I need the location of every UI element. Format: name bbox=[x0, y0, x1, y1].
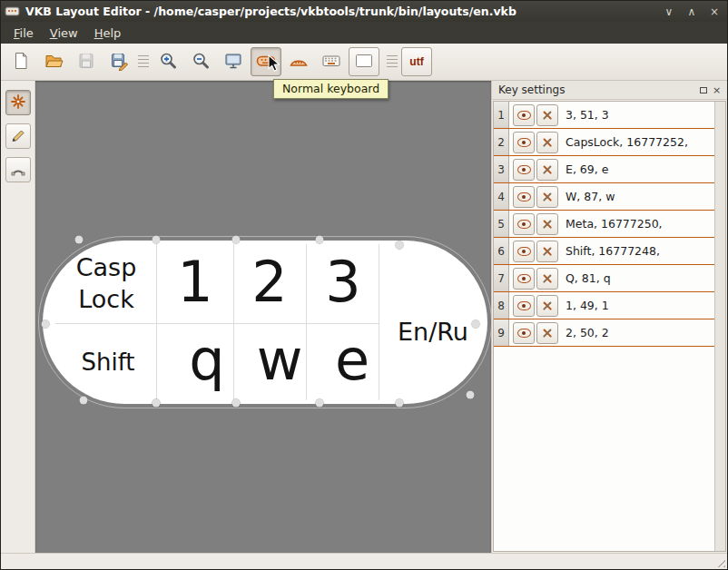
edit-key-button[interactable] bbox=[536, 186, 558, 208]
eye-icon bbox=[517, 274, 531, 283]
new-button[interactable] bbox=[5, 47, 36, 76]
key-tool-button[interactable] bbox=[5, 90, 31, 115]
selection-handle[interactable] bbox=[75, 236, 84, 244]
full-keyboard-button[interactable] bbox=[316, 47, 347, 76]
keyboard-preview[interactable]: Casp Lock 1 2 3 En/Ru Shift q w e bbox=[43, 241, 487, 404]
key-3[interactable]: 3 bbox=[325, 249, 360, 315]
pencil-tool-button[interactable] bbox=[5, 123, 31, 149]
layout-canvas[interactable]: Casp Lock 1 2 3 En/Ru Shift q w e bbox=[35, 81, 491, 553]
full-keyboard-icon bbox=[321, 51, 341, 74]
show-key-button[interactable] bbox=[513, 295, 535, 317]
tools-icon bbox=[541, 109, 554, 122]
edit-key-button[interactable] bbox=[536, 268, 558, 290]
key-settings-row[interactable]: 5 Meta, 16777250, bbox=[494, 211, 714, 238]
edit-key-button[interactable] bbox=[536, 241, 558, 262]
key-enru[interactable]: En/Ru bbox=[398, 318, 468, 346]
float-panel-button[interactable] bbox=[696, 84, 710, 97]
selection-handle[interactable] bbox=[316, 236, 324, 244]
titlebar[interactable]: VKB Layout Editor - /home/casper/project… bbox=[1, 1, 727, 22]
show-key-button[interactable] bbox=[513, 159, 535, 181]
row-number: 5 bbox=[494, 211, 509, 237]
key-settings-row[interactable]: 6 Shift, 16777248, bbox=[494, 238, 714, 265]
selection-handle[interactable] bbox=[396, 241, 404, 250]
app-icon bbox=[5, 5, 21, 18]
selection-handle[interactable] bbox=[80, 397, 88, 405]
selection-handle[interactable] bbox=[42, 320, 50, 329]
selection-handle[interactable] bbox=[472, 320, 480, 329]
key-settings-row[interactable]: 8 1, 49, 1 bbox=[494, 292, 714, 319]
eye-icon bbox=[517, 138, 531, 147]
edit-key-button[interactable] bbox=[536, 213, 558, 235]
key-2[interactable]: 2 bbox=[251, 249, 287, 315]
selection-handle[interactable] bbox=[232, 236, 241, 244]
key-settings-row[interactable]: 1 3, 51, 3 bbox=[494, 102, 714, 129]
maximize-button[interactable]: ∧ bbox=[683, 4, 701, 20]
key-shift[interactable]: Shift bbox=[81, 349, 134, 376]
gridline bbox=[379, 244, 379, 400]
key-summary: CapsLock, 16777252, bbox=[566, 135, 688, 149]
arc-tool-icon bbox=[9, 160, 27, 181]
toolbar-separator-2[interactable] bbox=[387, 55, 398, 68]
statusbar bbox=[1, 553, 727, 569]
key-settings-row[interactable]: 9 2, 50, 2 bbox=[494, 319, 714, 347]
minimize-button[interactable]: ∨ bbox=[660, 4, 678, 20]
zoom-out-button[interactable] bbox=[185, 47, 216, 76]
show-key-button[interactable] bbox=[513, 186, 535, 208]
gridline bbox=[306, 244, 307, 400]
scrollbar[interactable] bbox=[714, 102, 725, 551]
menu-file[interactable]: File bbox=[6, 24, 41, 43]
utf-icon: utf bbox=[409, 55, 423, 68]
show-key-button[interactable] bbox=[513, 241, 535, 262]
tools-icon bbox=[541, 272, 554, 285]
fit-screen-button[interactable] bbox=[218, 47, 249, 76]
close-button[interactable]: × bbox=[705, 4, 723, 20]
selection-handle[interactable] bbox=[316, 399, 324, 408]
key-summary: 2, 50, 2 bbox=[566, 326, 609, 339]
edit-key-button[interactable] bbox=[536, 104, 558, 126]
menu-help[interactable]: Help bbox=[87, 24, 129, 43]
show-key-button[interactable] bbox=[513, 132, 535, 153]
key-summary: 3, 51, 3 bbox=[566, 108, 609, 122]
selection-handle[interactable] bbox=[232, 399, 241, 408]
edit-key-button[interactable] bbox=[536, 132, 558, 153]
key-q[interactable]: q bbox=[189, 327, 224, 393]
toolbar-separator[interactable] bbox=[138, 55, 149, 68]
arc-tool-button[interactable] bbox=[5, 157, 31, 182]
key-1[interactable]: 1 bbox=[177, 249, 212, 315]
zoom-in-button[interactable] bbox=[152, 47, 183, 76]
resize-grip-icon[interactable] bbox=[714, 556, 725, 567]
key-settings-row[interactable]: 3 E, 69, e bbox=[494, 156, 714, 183]
key-settings-row[interactable]: 7 Q, 81, q bbox=[494, 265, 714, 292]
show-key-button[interactable] bbox=[513, 268, 535, 290]
zoom-in-icon bbox=[158, 51, 178, 74]
key-settings-panel: Key settings × 1 3, 51, 3 2 CapsLock, 16… bbox=[491, 81, 727, 553]
save-button[interactable] bbox=[71, 47, 102, 76]
gridline bbox=[55, 323, 379, 324]
show-key-button[interactable] bbox=[513, 213, 535, 235]
eye-icon bbox=[517, 220, 531, 229]
selection-handle[interactable] bbox=[152, 399, 161, 408]
selection-handle[interactable] bbox=[467, 391, 475, 399]
key-settings-row[interactable]: 4 W, 87, w bbox=[494, 183, 714, 211]
edit-key-button[interactable] bbox=[536, 159, 558, 181]
selection-handle[interactable] bbox=[396, 399, 404, 408]
selection-handle[interactable] bbox=[152, 236, 161, 244]
utf-button[interactable]: utf bbox=[401, 47, 432, 76]
key-capslock[interactable]: Casp Lock bbox=[76, 251, 137, 315]
menu-view[interactable]: View bbox=[43, 24, 85, 43]
key-e[interactable]: e bbox=[335, 327, 369, 393]
show-key-button[interactable] bbox=[513, 104, 535, 126]
small-keyboard-button[interactable] bbox=[283, 47, 314, 76]
edit-key-button[interactable] bbox=[536, 322, 558, 344]
show-key-button[interactable] bbox=[513, 322, 535, 344]
save-as-button[interactable] bbox=[103, 47, 134, 76]
tools-icon bbox=[541, 136, 554, 149]
open-button[interactable] bbox=[38, 47, 69, 76]
close-panel-button[interactable]: × bbox=[710, 84, 723, 97]
key-w[interactable]: w bbox=[257, 327, 303, 393]
key-settings-row[interactable]: 2 CapsLock, 16777252, bbox=[494, 129, 714, 156]
edit-key-button[interactable] bbox=[536, 295, 558, 317]
blank-keyboard-button[interactable] bbox=[349, 47, 379, 76]
tooltip: Normal keyboard bbox=[273, 79, 389, 99]
save-as-icon bbox=[109, 51, 129, 74]
